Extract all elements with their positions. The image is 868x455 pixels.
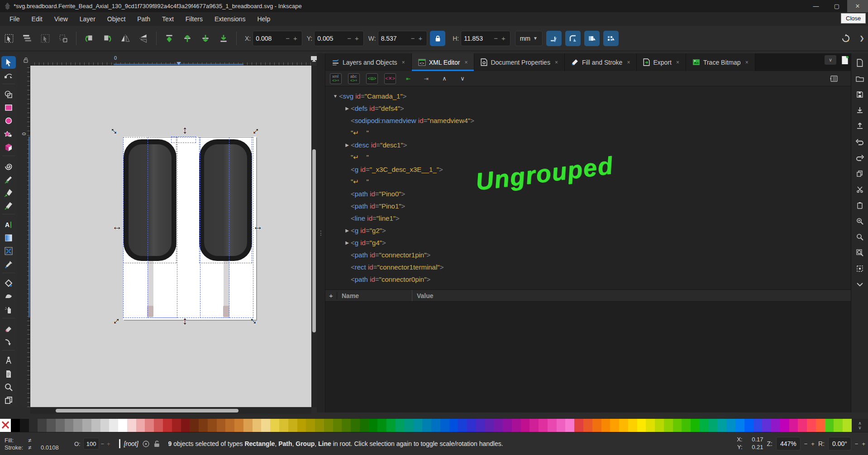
indent-node-icon[interactable]: ⇥ bbox=[420, 73, 432, 84]
selection-frame-icon[interactable] bbox=[854, 263, 866, 275]
rotation-minus-button[interactable]: − bbox=[855, 441, 858, 447]
tab-trace-bitmap[interactable]: Trace Bitmap× bbox=[686, 53, 755, 71]
tab-close-icon[interactable]: × bbox=[627, 59, 630, 66]
select-all-layers-icon[interactable] bbox=[20, 32, 34, 45]
palette-swatch[interactable] bbox=[208, 419, 217, 432]
redo-icon[interactable] bbox=[854, 152, 866, 164]
palette-swatch[interactable] bbox=[440, 419, 449, 432]
palette-swatch[interactable] bbox=[386, 419, 396, 432]
palette-scroll-up-icon[interactable]: ∧ bbox=[858, 421, 861, 426]
palette-swatch[interactable] bbox=[744, 419, 754, 432]
vertical-ruler[interactable]: 0 bbox=[21, 66, 30, 407]
palette-swatch[interactable] bbox=[548, 419, 557, 432]
add-attribute-button[interactable]: + bbox=[325, 292, 337, 299]
selection-box-icon[interactable] bbox=[57, 32, 70, 45]
palette-swatch[interactable] bbox=[413, 419, 422, 432]
palette-scroll-down-icon[interactable]: ∨ bbox=[858, 426, 861, 430]
new-dialog-icon[interactable] bbox=[841, 56, 849, 65]
export-file-icon[interactable] bbox=[854, 120, 866, 132]
palette-swatch[interactable] bbox=[726, 419, 735, 432]
ruler-corner[interactable] bbox=[21, 54, 30, 66]
new-element-node-icon[interactable]: xml<>+ bbox=[330, 73, 342, 84]
xml-tree-row[interactable]: "↵ " bbox=[325, 127, 851, 139]
palette-swatch[interactable] bbox=[47, 419, 56, 432]
scale-handle-e-icon[interactable]: ↔ bbox=[253, 221, 263, 232]
import-icon[interactable] bbox=[854, 104, 866, 116]
menu-text[interactable]: Text bbox=[157, 14, 179, 24]
unindent-node-icon[interactable]: ⇤ bbox=[402, 73, 414, 84]
palette-swatch[interactable] bbox=[754, 419, 763, 432]
lower-to-bottom-icon[interactable] bbox=[217, 32, 230, 45]
palette-swatch[interactable] bbox=[360, 419, 369, 432]
palette-swatch[interactable] bbox=[315, 419, 324, 432]
xml-tree-row-connector1pin[interactable]: <path id="connector1pin"> bbox=[325, 249, 851, 261]
unit-dropdown[interactable]: mm ▼ bbox=[515, 31, 543, 46]
scale-patterns-icon[interactable] bbox=[603, 31, 619, 46]
deselect-icon[interactable] bbox=[38, 32, 52, 45]
palette-swatch[interactable] bbox=[261, 419, 270, 432]
plus-button[interactable]: + bbox=[416, 34, 424, 42]
palette-swatch[interactable] bbox=[843, 419, 852, 432]
palette-swatch[interactable] bbox=[288, 419, 297, 432]
xml-tree-row-Pino1[interactable]: <path id="Pino1"> bbox=[325, 200, 851, 212]
save-icon[interactable] bbox=[854, 89, 866, 100]
raise-icon[interactable] bbox=[181, 32, 194, 45]
palette-swatch[interactable] bbox=[118, 419, 127, 432]
menu-file[interactable]: File bbox=[5, 14, 25, 24]
xml-tree-row[interactable]: "↵ " bbox=[325, 175, 851, 188]
palette-swatch[interactable] bbox=[825, 419, 834, 432]
palette-swatch[interactable] bbox=[467, 419, 476, 432]
palette-swatch[interactable] bbox=[270, 419, 279, 432]
palette-swatch[interactable] bbox=[172, 419, 181, 432]
palette-swatch[interactable] bbox=[503, 419, 512, 432]
scale-handle-n-icon[interactable]: ↕ bbox=[182, 125, 188, 135]
attr-name-column-header[interactable]: Name bbox=[337, 290, 412, 301]
minus-button[interactable]: − bbox=[409, 34, 417, 42]
palette-scroll[interactable]: ∧ ∨ bbox=[852, 419, 868, 432]
palette-swatch[interactable] bbox=[789, 419, 798, 432]
opacity-minus-button[interactable]: − bbox=[99, 441, 105, 447]
tab-close-icon[interactable]: × bbox=[676, 59, 679, 66]
expander-right-icon[interactable]: ▶ bbox=[343, 142, 351, 147]
tab-close-icon[interactable]: × bbox=[745, 59, 749, 66]
rotation-plus-button[interactable]: + bbox=[862, 441, 865, 447]
xml-panel-options-icon[interactable] bbox=[829, 71, 838, 86]
opacity-plus-button[interactable]: + bbox=[105, 441, 112, 447]
palette-swatch[interactable] bbox=[565, 419, 574, 432]
zoom-minus-button[interactable]: − bbox=[804, 441, 808, 447]
paste-icon[interactable] bbox=[854, 199, 866, 211]
gradient-tool-icon[interactable] bbox=[1, 232, 16, 244]
y-field[interactable]: 0.005−+ bbox=[314, 31, 364, 46]
palette-swatch[interactable] bbox=[807, 419, 816, 432]
palette-swatch[interactable] bbox=[199, 419, 208, 432]
palette-swatch[interactable] bbox=[109, 419, 118, 432]
palette-swatch[interactable] bbox=[324, 419, 333, 432]
tab-layers-and-objects[interactable]: Layers and Objects× bbox=[325, 53, 412, 71]
palette-swatch[interactable] bbox=[664, 419, 673, 432]
v-scroll-thumb[interactable] bbox=[312, 149, 316, 332]
layer-lock-icon[interactable] bbox=[153, 440, 160, 448]
expander-right-icon[interactable]: ▶ bbox=[343, 228, 351, 233]
canvas-vertical-scrollbar[interactable] bbox=[311, 66, 317, 407]
palette-swatch[interactable] bbox=[717, 419, 726, 432]
plus-button[interactable]: + bbox=[500, 34, 507, 42]
connector-tool-icon[interactable] bbox=[1, 336, 16, 348]
toolbar-overflow-icon[interactable]: ❯ bbox=[859, 35, 864, 42]
pencil-tool-icon[interactable] bbox=[1, 173, 16, 186]
xml-tree-row-connector1terminal[interactable]: <rect id="connector1terminal"> bbox=[325, 261, 851, 273]
palette-swatch[interactable] bbox=[735, 419, 744, 432]
scale-handle-nw-icon[interactable]: ↔ bbox=[108, 123, 123, 137]
copy-icon[interactable] bbox=[854, 168, 866, 180]
palette-swatch[interactable] bbox=[38, 419, 47, 432]
raise-to-top-icon[interactable] bbox=[162, 32, 176, 45]
lower-icon[interactable] bbox=[199, 32, 212, 45]
pages-tool-icon[interactable] bbox=[1, 394, 16, 407]
palette-swatch[interactable] bbox=[574, 419, 583, 432]
new-document-icon[interactable] bbox=[854, 57, 866, 69]
bucket-tool-icon[interactable] bbox=[1, 277, 16, 289]
palette-swatch[interactable] bbox=[834, 419, 843, 432]
no-color-swatch[interactable] bbox=[0, 419, 11, 432]
palette-swatch[interactable] bbox=[82, 419, 91, 432]
menu-path[interactable]: Path bbox=[132, 14, 155, 24]
shape-builder-tool-icon[interactable] bbox=[1, 88, 16, 101]
